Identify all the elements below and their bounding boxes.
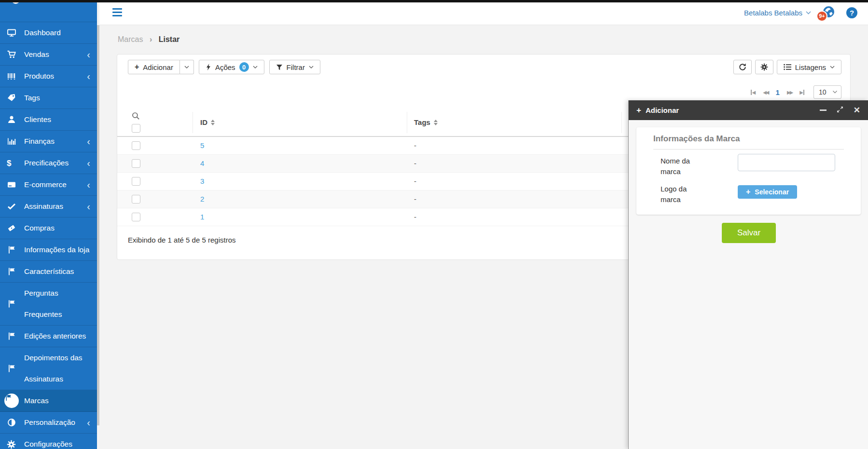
sidebar-item-compras[interactable]: Compras (0, 218, 97, 239)
row-tags-value: - (414, 159, 416, 167)
sidebar-item-marcas[interactable]: Marcas (0, 390, 97, 412)
sidebar: Dashboard Vendas ‹ Produtos ‹ Tags (0, 0, 99, 449)
sidebar-item-vendas[interactable]: Vendas ‹ (0, 44, 97, 66)
row-checkbox[interactable] (132, 141, 140, 150)
brand-name-label: Nome da marca (661, 156, 706, 177)
row-id-link[interactable]: 1 (200, 213, 204, 221)
sidebar-item-assinaturas[interactable]: Assinaturas ‹ (0, 196, 97, 218)
actions-count-badge: 0 (239, 62, 249, 72)
chevron-left-icon: ‹ (87, 202, 95, 211)
chevron-left-icon: ‹ (87, 50, 95, 59)
row-id-link[interactable]: 4 (200, 159, 204, 167)
sidebar-item-produtos[interactable]: Produtos ‹ (0, 66, 97, 87)
breadcrumb-separator-icon: › (150, 35, 152, 43)
sidebar-scrollbar-thumb[interactable] (97, 25, 99, 425)
add-split-button: + Adicionar (128, 60, 194, 74)
minimize-icon[interactable] (820, 109, 827, 111)
plus-icon: + (746, 188, 750, 196)
pagination: ◀ ◀◀ 1 ▶▶ ▶ 10 (751, 85, 841, 99)
question-mark-icon: ? (850, 9, 854, 17)
credit-card-icon (7, 180, 24, 190)
funnel-icon (276, 64, 283, 70)
brand-name-input[interactable] (738, 154, 835, 171)
hamburger-menu-icon[interactable] (112, 8, 122, 18)
listings-button[interactable]: Listagens (777, 60, 841, 74)
chevron-left-icon: ‹ (87, 71, 95, 81)
sidebar-item-ecommerce[interactable]: E-commerce ‹ (0, 174, 97, 196)
actions-button[interactable]: Ações 0 (199, 60, 264, 74)
current-page[interactable]: 1 (776, 88, 780, 96)
ticket-icon (7, 223, 24, 233)
flag-icon (7, 394, 24, 408)
cart-icon (7, 50, 24, 59)
modal-header[interactable]: + Adicionar ✕ (629, 100, 868, 120)
sidebar-item-personalizacao[interactable]: Personalização ‹ (0, 412, 97, 434)
sidebar-item-configuracoes[interactable]: Configurações (0, 434, 97, 449)
brand-info-card: Informações da Marca Nome da marca Logo … (636, 127, 861, 215)
dollar-icon: $ (7, 159, 24, 167)
chevron-down-icon (830, 66, 835, 69)
contrast-icon (7, 418, 24, 427)
sidebar-item-caracteristicas[interactable]: Características (0, 261, 97, 283)
modal-body: Informações da Marca Nome da marca Logo … (629, 120, 868, 449)
chevron-down-icon (184, 66, 189, 69)
column-header-id[interactable]: ID (200, 118, 215, 126)
user-icon (7, 115, 24, 124)
barcode-icon (7, 71, 24, 81)
sidebar-item-edicoes-anteriores[interactable]: Edições anteriores (0, 326, 97, 347)
search-icon[interactable] (132, 112, 140, 122)
breadcrumb: Marcas › Listar (118, 35, 179, 44)
row-id-link[interactable]: 2 (200, 195, 204, 203)
notifications-button[interactable]: 9+ (823, 6, 835, 20)
row-id-link[interactable]: 5 (200, 141, 204, 150)
plus-icon: + (135, 63, 139, 71)
close-icon[interactable]: ✕ (854, 106, 860, 114)
breadcrumb-section[interactable]: Marcas (118, 35, 143, 43)
refresh-button[interactable] (733, 60, 752, 74)
tag-icon (7, 93, 24, 103)
add-brand-modal: + Adicionar ✕ Informações da Marca Nome … (628, 100, 868, 449)
flag-icon (7, 364, 24, 373)
add-dropdown-button[interactable] (180, 60, 194, 74)
first-page-button[interactable]: ◀ (751, 90, 756, 95)
account-menu[interactable]: Betalabs Betalabs (744, 9, 811, 17)
last-page-button[interactable]: ▶ (799, 90, 804, 95)
row-checkbox[interactable] (132, 177, 140, 186)
sidebar-item-perguntas-frequentes[interactable]: Perguntas Frequentes (0, 283, 97, 326)
flag-icon (7, 299, 24, 309)
sidebar-item-depoimentos-das-assinaturas[interactable]: Depoimentos das Assinaturas (0, 347, 97, 390)
sidebar-scrollbar[interactable] (97, 2, 99, 449)
row-checkbox[interactable] (132, 195, 140, 204)
top-strip (0, 0, 868, 2)
save-button[interactable]: Salvar (722, 223, 776, 243)
account-label: Betalabs Betalabs (744, 9, 802, 17)
settings-button[interactable] (755, 60, 773, 74)
select-all-checkbox[interactable] (132, 124, 140, 133)
next-page-button[interactable]: ▶▶ (787, 90, 792, 95)
flag-icon (7, 245, 24, 255)
select-logo-button[interactable]: + Selecionar (738, 185, 797, 199)
row-checkbox[interactable] (132, 213, 140, 221)
sidebar-item-tags[interactable]: Tags (0, 87, 97, 109)
chevron-left-icon: ‹ (87, 418, 95, 427)
row-checkbox[interactable] (132, 159, 140, 168)
filter-button[interactable]: Filtrar (269, 60, 320, 74)
column-header-tags[interactable]: Tags (414, 118, 438, 126)
expand-icon[interactable] (837, 106, 843, 115)
row-id-link[interactable]: 3 (200, 177, 204, 185)
sort-icon (211, 120, 215, 125)
modal-title: Adicionar (646, 106, 679, 114)
sidebar-item-dashboard[interactable]: Dashboard (0, 22, 97, 44)
chevron-left-icon: ‹ (87, 180, 95, 190)
sidebar-item-precificacoes[interactable]: $ Precificações ‹ (0, 152, 97, 174)
add-button[interactable]: + Adicionar (128, 60, 180, 74)
help-button[interactable]: ? (846, 7, 857, 18)
gear-icon (7, 440, 24, 449)
sidebar-item-clientes[interactable]: Clientes (0, 109, 97, 131)
sidebar-item-informacoes-da-loja[interactable]: Informações da loja (0, 239, 97, 261)
chevron-down-icon (806, 11, 811, 14)
sidebar-item-financas[interactable]: Finanças ‹ (0, 131, 97, 152)
previous-page-button[interactable]: ◀◀ (763, 90, 768, 95)
lightning-icon (206, 63, 211, 71)
page-size-select[interactable]: 10 (813, 85, 841, 99)
